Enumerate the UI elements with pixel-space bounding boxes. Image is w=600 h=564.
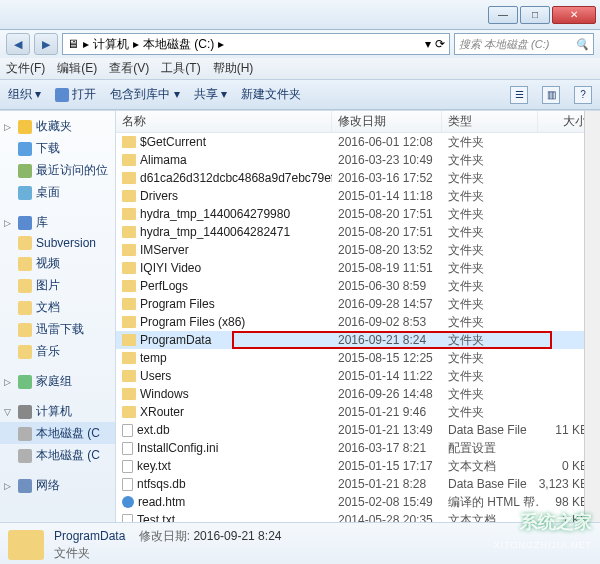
breadcrumb-drive-c[interactable]: 本地磁盘 (C:) [143,36,214,53]
file-row[interactable]: Users2015-01-14 11:22文件夹 [116,367,600,385]
sidebar-downloads[interactable]: 下载 [0,137,115,159]
sidebar-label: 最近访问的位 [36,162,108,179]
view-mode-button[interactable]: ☰ [510,86,528,104]
file-type: Data Base File [442,477,538,491]
folder-icon [122,280,136,292]
sidebar-label: Subversion [36,236,96,250]
file-row[interactable]: XRouter2015-01-21 9:46文件夹 [116,403,600,421]
organize-button[interactable]: 组织 ▾ [8,86,41,103]
file-row[interactable]: Test.txt2014-05-28 20:35文本文档1 KB [116,511,600,522]
sidebar-label: 下载 [36,140,60,157]
file-row[interactable]: ntfsqs.db2015-01-21 8:28Data Base File3,… [116,475,600,493]
file-type: 文本文档 [442,512,538,523]
sidebar-label: 文档 [36,299,60,316]
address-bar[interactable]: 🖥 ▸ 计算机 ▸ 本地磁盘 (C:) ▸ ▾ ⟳ [62,33,450,55]
file-icon [122,442,133,455]
file-row[interactable]: d61ca26d312dcbc4868a9d7ebc79ef2016-03-16… [116,169,600,187]
column-date[interactable]: 修改日期 [332,111,442,132]
ie-icon [122,496,134,508]
file-date: 2015-02-08 15:49 [332,495,442,509]
sidebar-homegroup[interactable]: ▷家庭组 [0,370,115,392]
file-row[interactable]: ext.db2015-01-21 13:49Data Base File11 K… [116,421,600,439]
file-name: key.txt [137,459,171,473]
folder-icon [122,388,136,400]
sidebar-computer[interactable]: ▽计算机 [0,400,115,422]
sidebar-libraries[interactable]: ▷库 [0,211,115,233]
sidebar-pictures[interactable]: 图片 [0,274,115,296]
sidebar-drive-c[interactable]: 本地磁盘 (C [0,422,115,444]
search-box[interactable]: 搜索 本地磁盘 (C:) 🔍 [454,33,594,55]
column-name[interactable]: 名称 [116,111,332,132]
file-row[interactable]: Program Files (x86)2016-09-02 8:53文件夹 [116,313,600,331]
sidebar-label: 视频 [36,255,60,272]
nav-bar: ◀ ▶ 🖥 ▸ 计算机 ▸ 本地磁盘 (C:) ▸ ▾ ⟳ 搜索 本地磁盘 (C… [0,30,600,58]
share-button[interactable]: 共享 ▾ [194,86,227,103]
address-dropdown-icon[interactable]: ▾ [425,37,431,51]
file-type: 文件夹 [442,188,538,205]
maximize-button[interactable]: □ [520,6,550,24]
sidebar-documents[interactable]: 文档 [0,296,115,318]
file-row[interactable]: temp2015-08-15 12:25文件夹 [116,349,600,367]
sidebar-videos[interactable]: 视频 [0,252,115,274]
menu-view[interactable]: 查看(V) [109,60,149,77]
back-button[interactable]: ◀ [6,33,30,55]
file-row[interactable]: read.htm2015-02-08 15:49编译的 HTML 帮…98 KB [116,493,600,511]
folder-icon [122,370,136,382]
sidebar-music[interactable]: 音乐 [0,340,115,362]
menu-file[interactable]: 文件(F) [6,60,45,77]
file-row[interactable]: PerfLogs2015-06-30 8:59文件夹 [116,277,600,295]
folder-icon [122,262,136,274]
file-row[interactable]: Drivers2015-01-14 11:18文件夹 [116,187,600,205]
new-folder-button[interactable]: 新建文件夹 [241,86,301,103]
command-bar: 组织 ▾ 打开 包含到库中 ▾ 共享 ▾ 新建文件夹 ☰ ▥ ? [0,80,600,110]
file-row[interactable]: hydra_tmp_14400642824712015-08-20 17:51文… [116,223,600,241]
file-row[interactable]: ProgramData2016-09-21 8:24文件夹 [116,331,600,349]
sidebar-favorites[interactable]: ▷收藏夹 [0,115,115,137]
file-row[interactable]: Program Files2016-09-28 14:57文件夹 [116,295,600,313]
column-type[interactable]: 类型 [442,111,538,132]
vertical-scrollbar[interactable] [584,111,600,522]
file-row[interactable]: $GetCurrent2016-06-01 12:08文件夹 [116,133,600,151]
file-row[interactable]: hydra_tmp_14400642799802015-08-20 17:51文… [116,205,600,223]
open-icon [55,88,69,102]
menu-help[interactable]: 帮助(H) [213,60,254,77]
sidebar-desktop[interactable]: 桌面 [0,181,115,203]
sidebar-label: 库 [36,214,48,231]
breadcrumb-computer[interactable]: 计算机 [93,36,129,53]
menu-tools[interactable]: 工具(T) [161,60,200,77]
file-icon [122,460,133,473]
recent-icon [18,164,32,178]
file-row[interactable]: IQIYI Video2015-08-19 11:51文件夹 [116,259,600,277]
open-button[interactable]: 打开 [55,86,96,103]
preview-pane-button[interactable]: ▥ [542,86,560,104]
sidebar-network[interactable]: ▷网络 [0,474,115,496]
file-date: 2015-08-20 17:51 [332,207,442,221]
file-row[interactable]: Windows2016-09-26 14:48文件夹 [116,385,600,403]
folder-icon [18,345,32,359]
refresh-icon[interactable]: ⟳ [435,37,445,51]
sidebar-xunlei[interactable]: 迅雷下载 [0,318,115,340]
sidebar-drive-d[interactable]: 本地磁盘 (C [0,444,115,466]
close-button[interactable]: ✕ [552,6,596,24]
file-name: read.htm [138,495,185,509]
include-library-button[interactable]: 包含到库中 ▾ [110,86,179,103]
file-row[interactable]: Alimama2016-03-23 10:49文件夹 [116,151,600,169]
menu-edit[interactable]: 编辑(E) [57,60,97,77]
file-type: 文件夹 [442,242,538,259]
sidebar-subversion[interactable]: Subversion [0,233,115,252]
sidebar-label: 本地磁盘 (C [36,425,100,442]
file-icon [122,514,133,523]
file-date: 2016-09-21 8:24 [332,333,442,347]
file-type: 文件夹 [442,386,538,403]
file-row[interactable]: InstallConfig.ini2016-03-17 8:21配置设置 [116,439,600,457]
breadcrumb-sep: ▸ [218,37,224,51]
file-row[interactable]: key.txt2015-01-15 17:17文本文档0 KB [116,457,600,475]
forward-button[interactable]: ▶ [34,33,58,55]
file-row[interactable]: IMServer2015-08-20 13:52文件夹 [116,241,600,259]
minimize-button[interactable]: — [488,6,518,24]
folder-icon [18,323,32,337]
drive-icon: 🖥 [67,37,79,51]
file-name: PerfLogs [140,279,188,293]
help-button[interactable]: ? [574,86,592,104]
sidebar-recent[interactable]: 最近访问的位 [0,159,115,181]
